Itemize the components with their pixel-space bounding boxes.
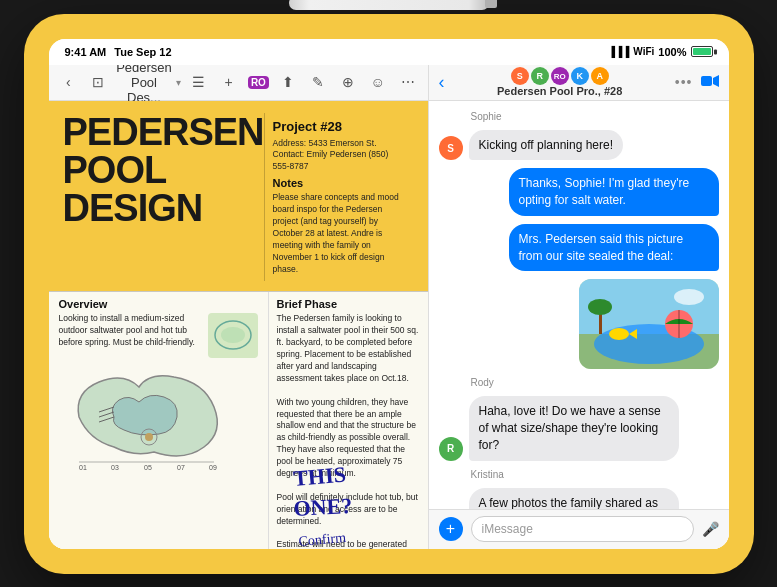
list-icon: ☰ — [192, 74, 205, 90]
svg-rect-17 — [701, 76, 712, 86]
battery-icon — [691, 46, 713, 57]
svg-text:Confirm: Confirm — [297, 530, 346, 549]
more-button[interactable]: ⋯ — [396, 68, 420, 96]
sender-name-sophie: Sophie — [439, 111, 719, 122]
document-content: PEDERSEN POOL DESIGN Project #28 Address… — [49, 101, 428, 549]
svg-point-1 — [221, 327, 245, 343]
svg-text:07: 07 — [177, 464, 185, 471]
status-bar: 9:41 AM Tue Sep 12 ▐▐▐ WiFi 100% — [49, 39, 729, 65]
overview-text: Looking to install a medium-sized outdoo… — [59, 313, 204, 358]
pencil-tool-button[interactable]: ✎ — [306, 68, 330, 96]
signal-icon: ▐▐▐ — [608, 46, 629, 57]
svg-marker-18 — [713, 75, 719, 87]
chevron-down-icon: ▾ — [176, 77, 181, 88]
svg-point-29 — [674, 289, 704, 305]
back-icon: ‹ — [66, 74, 71, 90]
ro-icon: RO — [248, 76, 269, 89]
message-item: Thanks, Sophie! I'm glad they're opting … — [439, 168, 719, 216]
time-display: 9:41 AM — [65, 46, 107, 58]
doc-header: PEDERSEN POOL DESIGN Project #28 Address… — [49, 101, 428, 292]
thread-title: Pedersen Pool Pro., #28 — [497, 85, 622, 97]
svg-point-6 — [145, 433, 153, 441]
avatar-kristina: K — [571, 67, 589, 85]
message-item: R Haha, love it! Do we have a sense of w… — [439, 396, 719, 460]
message-item: Mrs. Pedersen said this picture from our… — [439, 224, 719, 272]
message-bubble: Thanks, Sophie! I'm glad they're opting … — [509, 168, 719, 216]
document-title-bar[interactable]: Pedersen Pool Des... ▾ — [116, 65, 181, 105]
back-button[interactable]: ‹ — [57, 68, 81, 96]
messages-dots[interactable]: ••• — [675, 74, 693, 90]
brief-phase-label: Brief Phase — [277, 298, 420, 310]
wifi-icon: WiFi — [633, 46, 654, 57]
overview-label: Overview — [59, 298, 258, 310]
sender-name-kristina: Kristina — [439, 469, 719, 480]
ro-button[interactable]: RO — [246, 68, 270, 96]
thread-info: S R RO K A Pedersen Pool Pro., #28 — [453, 67, 667, 97]
avatar-rody: R — [531, 67, 549, 85]
pencil-icon: ✎ — [312, 74, 324, 90]
message-bubble: Mrs. Pedersen said this picture from our… — [509, 224, 719, 272]
svg-text:03: 03 — [111, 464, 119, 471]
title-line1: PEDERSEN — [63, 113, 264, 151]
avatar-sophie: S — [511, 67, 529, 85]
doc-title: PEDERSEN POOL DESIGN — [63, 113, 264, 227]
add-button[interactable]: + — [217, 68, 241, 96]
add-attachment-button[interactable]: + — [439, 517, 463, 541]
thread-avatars: S R RO K A — [511, 67, 609, 85]
notes-toolbar: ‹ ⊡ Pedersen Pool Des... ▾ ☰ + — [49, 65, 428, 101]
avatar-ro: RO — [551, 67, 569, 85]
video-call-button[interactable] — [701, 74, 719, 91]
lasso-icon: ⊕ — [342, 74, 354, 90]
date-display: Tue Sep 12 — [114, 46, 171, 58]
message-image — [579, 279, 719, 369]
address-text: Address: 5433 Emerson St. — [273, 138, 406, 150]
title-line2: POOL — [63, 151, 264, 189]
video-icon — [701, 74, 719, 88]
emoji-icon: ☺ — [371, 74, 385, 90]
mic-icon: 🎤 — [702, 521, 719, 537]
notes-text: Please share concepts and mood board ins… — [273, 192, 406, 275]
rody-avatar: R — [439, 437, 463, 461]
list-view-button[interactable]: ☰ — [187, 68, 211, 96]
svg-text:01: 01 — [79, 464, 87, 471]
pool-image — [579, 279, 719, 369]
messages-back-button[interactable]: ‹ — [439, 72, 445, 93]
sender-name-rody: Rody — [439, 377, 719, 388]
message-bubble: Haha, love it! Do we have a sense of wha… — [469, 396, 679, 460]
share-icon: ⬆ — [282, 74, 294, 90]
more-icon: ⋯ — [401, 74, 415, 90]
notes-panel: ‹ ⊡ Pedersen Pool Des... ▾ ☰ + — [49, 65, 429, 549]
lasso-button[interactable]: ⊕ — [336, 68, 360, 96]
screen: 9:41 AM Tue Sep 12 ▐▐▐ WiFi 100% ‹ — [49, 39, 729, 549]
overview-image — [208, 313, 258, 358]
messages-list[interactable]: Sophie S Kicking off planning here! Than… — [429, 101, 729, 509]
messages-toolbar: ‹ S R RO K A Pedersen Pool Pro., #28 — [429, 65, 729, 101]
sidebar-toggle-button[interactable]: ⊡ — [86, 68, 110, 96]
back-arrow-icon: ‹ — [439, 72, 445, 92]
message-input[interactable]: iMessage — [471, 516, 694, 542]
pool-sketch: 01 03 05 07 09 — [59, 362, 258, 476]
emoji-button[interactable]: ☺ — [366, 68, 390, 96]
svg-text:09: 09 — [209, 464, 217, 471]
sophie-avatar: S — [439, 136, 463, 160]
message-bubble: A few photos the family shared as inspo: — [469, 488, 679, 509]
title-line3: DESIGN — [63, 189, 264, 227]
handwriting-section: THIS ONE? Confirm in two weeks! — [289, 451, 428, 549]
microphone-button[interactable]: 🎤 — [702, 521, 719, 537]
project-number: Project #28 — [273, 119, 406, 134]
svg-text:ONE?: ONE? — [292, 493, 352, 521]
main-area: ‹ ⊡ Pedersen Pool Des... ▾ ☰ + — [49, 65, 729, 549]
svg-text:THIS: THIS — [292, 461, 347, 490]
message-item: S Kicking off planning here! — [439, 130, 719, 161]
svg-point-28 — [588, 299, 612, 315]
sidebar-icon: ⊡ — [92, 74, 104, 90]
apple-pencil — [289, 0, 489, 10]
message-input-bar: + iMessage 🎤 — [429, 509, 729, 549]
plus-icon: + — [224, 74, 232, 90]
svg-point-25 — [609, 328, 629, 340]
battery-percent: 100% — [658, 46, 686, 58]
share-button[interactable]: ⬆ — [276, 68, 300, 96]
contact-text: Contact: Emily Pedersen (850) 555-8787 — [273, 149, 406, 173]
svg-text:05: 05 — [144, 464, 152, 471]
avatar-andre: A — [591, 67, 609, 85]
